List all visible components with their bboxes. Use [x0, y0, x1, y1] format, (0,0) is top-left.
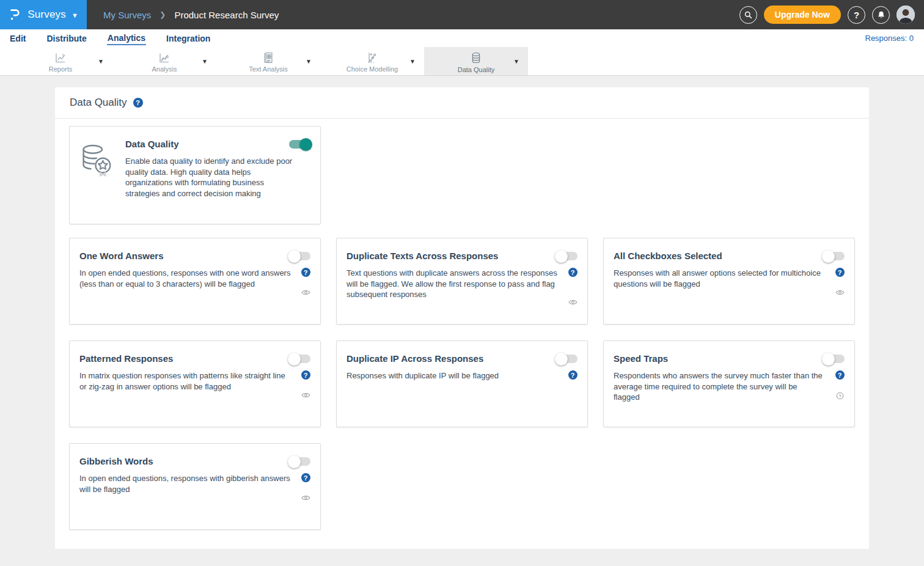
- card-duplicate-texts: Duplicate Texts Across Responses Text qu…: [336, 238, 588, 325]
- question-mark-icon: ?: [854, 10, 859, 20]
- toolbar-item-label: Data Quality: [458, 66, 495, 73]
- all-checkboxes-toggle[interactable]: [823, 252, 845, 260]
- tab-integration[interactable]: Integration: [166, 32, 211, 45]
- card-title: One Word Answers: [79, 250, 164, 261]
- chevron-down-icon[interactable]: ▼: [199, 56, 210, 67]
- chevron-down-icon[interactable]: ▼: [511, 56, 522, 67]
- card-icon-rail: ?: [301, 473, 310, 501]
- card-description: In open ended questions, responses with …: [79, 473, 301, 501]
- card-title: Gibberish Words: [79, 455, 153, 466]
- gibberish-words-toggle[interactable]: [289, 457, 310, 466]
- eye-icon[interactable]: [835, 289, 845, 296]
- rule-cards-grid: One Word Answers In open ended questions…: [69, 238, 855, 530]
- help-icon[interactable]: ?: [568, 268, 578, 277]
- toolbar-analysis[interactable]: Analysis ▼: [112, 47, 216, 75]
- card-speed-traps: Speed Traps Respondents who answers the …: [603, 340, 855, 427]
- card-title: Duplicate IP Across Responses: [346, 353, 483, 364]
- toggle-knob: [288, 455, 301, 468]
- data-quality-panel: Data Quality ?: [55, 87, 869, 549]
- card-description: Text questions with duplicate answers ac…: [346, 268, 568, 306]
- eye-icon[interactable]: [301, 392, 310, 399]
- help-icon[interactable]: ?: [568, 370, 578, 380]
- help-icon[interactable]: ?: [835, 370, 845, 380]
- toolbar-text-analysis[interactable]: Text Analysis ▼: [216, 47, 320, 75]
- content-area: Data Quality ?: [0, 76, 924, 566]
- data-quality-toggle[interactable]: [289, 140, 310, 149]
- help-button[interactable]: ?: [848, 6, 865, 24]
- data-quality-master-card: Data Quality Enable data quality to iden…: [69, 126, 321, 224]
- questionpro-logo: [9, 7, 22, 22]
- surveys-product-switcher[interactable]: Surveys ▼: [0, 0, 87, 29]
- analytics-toolbar: Reports ▼ Analysis ▼ Text Analysis ▼ Cho…: [0, 47, 924, 76]
- tab-edit[interactable]: Edit: [9, 32, 26, 45]
- eye-icon[interactable]: [301, 289, 310, 296]
- card-icon-rail: ?: [301, 268, 310, 296]
- analysis-chart-icon: [158, 51, 171, 64]
- duplicate-ip-toggle[interactable]: [556, 355, 578, 363]
- help-icon[interactable]: ?: [301, 268, 310, 277]
- tab-analytics[interactable]: Analytics: [107, 32, 146, 45]
- reports-chart-icon: [54, 51, 67, 64]
- patterned-responses-toggle[interactable]: [289, 355, 310, 363]
- breadcrumb-my-surveys[interactable]: My Surveys: [103, 10, 151, 20]
- card-patterned-responses: Patterned Responses In matrix question r…: [69, 340, 321, 427]
- search-button[interactable]: [739, 6, 757, 24]
- text-analysis-icon: [262, 51, 275, 64]
- help-icon[interactable]: ?: [835, 268, 845, 277]
- help-icon[interactable]: ?: [301, 370, 310, 380]
- survey-tab-bar: Edit Distribute Analytics Integration Re…: [0, 29, 924, 47]
- card-title: Duplicate Texts Across Responses: [346, 250, 498, 261]
- toolbar-item-label: Text Analysis: [249, 65, 288, 73]
- chevron-right-icon: ❯: [160, 10, 166, 19]
- eye-icon[interactable]: [568, 299, 578, 306]
- toolbar-reports[interactable]: Reports ▼: [9, 47, 112, 75]
- database-icon: [469, 51, 483, 65]
- card-one-word-answers: One Word Answers In open ended questions…: [69, 238, 321, 325]
- speed-traps-toggle[interactable]: [823, 355, 845, 363]
- breadcrumb-current-survey: Product Research Survey: [174, 10, 279, 20]
- card-description: In matrix question responses with patter…: [79, 370, 301, 399]
- clock-icon[interactable]: [836, 392, 844, 400]
- brand-label: Surveys: [28, 9, 66, 21]
- card-description: In open ended questions, responses with …: [79, 268, 301, 296]
- bell-icon: [877, 10, 886, 20]
- card-icon-rail: ?: [301, 370, 310, 399]
- duplicate-texts-toggle[interactable]: [556, 252, 578, 260]
- user-avatar[interactable]: [897, 6, 915, 24]
- card-title: All Checkboxes Selected: [614, 250, 722, 261]
- card-gibberish-words: Gibberish Words In open ended questions,…: [69, 443, 321, 530]
- one-word-answers-toggle[interactable]: [289, 252, 310, 260]
- topbar-actions: Upgrade Now ?: [739, 6, 924, 24]
- help-icon[interactable]: ?: [301, 473, 310, 482]
- notifications-button[interactable]: [872, 6, 890, 24]
- card-icon-rail: ?: [568, 268, 578, 306]
- help-icon[interactable]: ?: [133, 98, 143, 108]
- eye-icon[interactable]: [301, 494, 310, 501]
- chevron-down-icon[interactable]: ▼: [95, 56, 106, 67]
- toolbar-choice-modelling[interactable]: Choice Modelling ▼: [320, 47, 424, 75]
- toggle-knob: [288, 353, 301, 366]
- toolbar-data-quality[interactable]: Data Quality ▼: [424, 47, 528, 75]
- panel-header: Data Quality ?: [55, 87, 869, 119]
- card-title: Data Quality: [125, 138, 179, 149]
- tab-distribute[interactable]: Distribute: [46, 32, 87, 45]
- toggle-knob: [822, 353, 835, 366]
- toggle-knob: [555, 353, 568, 366]
- card-icon-rail: ?: [568, 370, 578, 381]
- card-duplicate-ip: Duplicate IP Across Responses Responses …: [336, 340, 588, 427]
- toolbar-item-label: Reports: [49, 65, 73, 73]
- toggle-knob: [299, 138, 312, 151]
- card-icon-rail: ?: [835, 268, 845, 296]
- breadcrumb: My Surveys ❯ Product Research Survey: [103, 10, 279, 20]
- choice-modelling-icon: [365, 51, 379, 64]
- card-title: Speed Traps: [614, 353, 668, 364]
- database-certified-icon: [79, 143, 114, 215]
- chevron-down-icon[interactable]: ▼: [407, 56, 418, 67]
- card-description: Respondents who answers the survey much …: [614, 370, 835, 403]
- card-all-checkboxes: All Checkboxes Selected Responses with a…: [603, 238, 855, 325]
- upgrade-now-button[interactable]: Upgrade Now: [764, 6, 841, 24]
- chevron-down-icon[interactable]: ▼: [303, 56, 314, 67]
- card-description: Enable data quality to identify and excl…: [125, 156, 294, 199]
- toolbar-item-label: Choice Modelling: [346, 65, 398, 73]
- card-title: Patterned Responses: [79, 353, 173, 364]
